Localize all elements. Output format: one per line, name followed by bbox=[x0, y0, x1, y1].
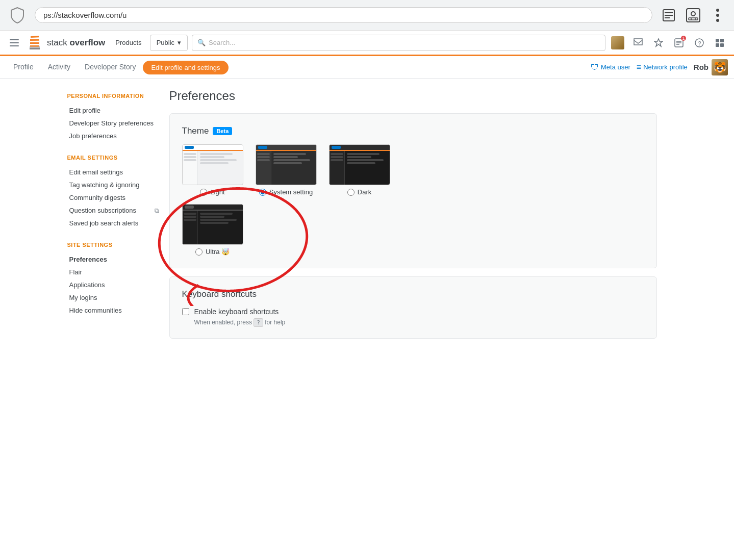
svg-rect-17 bbox=[31, 36, 39, 38]
svg-rect-18 bbox=[30, 39, 39, 41]
svg-rect-14 bbox=[10, 45, 19, 46]
sidebar-item-question-subscriptions[interactable]: Question subscriptions ⧉ bbox=[67, 204, 159, 217]
network-profile-link[interactable]: ≡ Network profile bbox=[637, 63, 688, 72]
browser-url-bar[interactable]: ps://stackoverflow.com/u bbox=[35, 7, 652, 23]
sidebar-section-site-settings: SITE SETTINGS bbox=[67, 238, 159, 251]
theme-radio-system-row: System setting bbox=[259, 188, 313, 196]
theme-option-ultra-wrapper: Ultra 🤯 bbox=[182, 204, 243, 256]
svg-rect-19 bbox=[30, 42, 39, 44]
keyboard-enable-label: Enable keyboard shortcuts bbox=[194, 308, 279, 316]
hamburger-menu[interactable] bbox=[6, 35, 22, 51]
theme-radio-light-row: Light bbox=[200, 188, 224, 196]
network-icon: ≡ bbox=[637, 63, 641, 72]
theme-radio-dark-row: Dark bbox=[347, 188, 371, 196]
more-menu-icon[interactable] bbox=[710, 7, 726, 23]
tab-edit-profile[interactable]: Edit profile and settings bbox=[143, 61, 228, 74]
theme-option-system[interactable]: System setting bbox=[256, 144, 317, 196]
meta-user-link[interactable]: 🛡 Meta user bbox=[591, 63, 630, 72]
site-switcher-icon[interactable] bbox=[712, 35, 728, 51]
theme-card: Theme Beta bbox=[169, 113, 657, 268]
profile-nav-tabs: Profile Activity Developer Story Edit pr… bbox=[6, 58, 591, 77]
sidebar-item-saved-job-alerts[interactable]: Saved job search alerts bbox=[67, 217, 159, 230]
svg-point-10 bbox=[716, 14, 719, 17]
sidebar-item-community-digests[interactable]: Community digests bbox=[67, 191, 159, 204]
sidebar-item-dev-story-prefs[interactable]: Developer Story preferences bbox=[67, 117, 159, 130]
theme-radio-ultra[interactable] bbox=[195, 248, 203, 256]
monobook-icon[interactable] bbox=[685, 7, 701, 23]
theme-preview-dark bbox=[329, 144, 390, 185]
meta-icon: 🛡 bbox=[591, 63, 599, 72]
sidebar-item-edit-email[interactable]: Edit email settings bbox=[67, 166, 159, 179]
theme-preview-ultra bbox=[182, 204, 243, 245]
sidebar-item-flair[interactable]: Flair bbox=[67, 266, 159, 278]
theme-radio-system[interactable] bbox=[259, 189, 266, 196]
theme-label-ultra: Ultra 🤯 bbox=[206, 248, 230, 256]
svg-rect-28 bbox=[720, 39, 724, 42]
theme-preview-system bbox=[256, 144, 317, 185]
user-avatar-nav[interactable] bbox=[610, 35, 626, 51]
theme-preview-light bbox=[182, 144, 243, 185]
theme-radio-light[interactable] bbox=[200, 189, 207, 196]
keyboard-shortcuts-card: Keyboard shortcuts Enable keyboard short… bbox=[169, 276, 657, 339]
theme-option-dark[interactable]: Dark bbox=[329, 144, 390, 196]
keyboard-section-title: Keyboard shortcuts bbox=[182, 289, 644, 299]
sidebar-item-preferences[interactable]: Preferences bbox=[67, 253, 159, 266]
theme-radio-ultra-row: Ultra 🤯 bbox=[195, 248, 230, 256]
sidebar-item-my-logins[interactable]: My logins bbox=[67, 291, 159, 304]
svg-point-9 bbox=[716, 9, 719, 12]
sidebar-item-job-prefs[interactable]: Job preferences bbox=[67, 130, 159, 142]
inbox-icon[interactable] bbox=[630, 35, 646, 51]
profile-nav: Profile Activity Developer Story Edit pr… bbox=[0, 56, 734, 79]
sidebar-item-tag-watching[interactable]: Tag watching & ignoring bbox=[67, 179, 159, 191]
chevron-down-icon: ▾ bbox=[178, 39, 181, 46]
page-title: Preferences bbox=[169, 89, 657, 103]
shield-icon bbox=[8, 6, 27, 24]
sidebar-section-personal-info: PERSONAL INFORMATION bbox=[67, 89, 159, 102]
sidebar: PERSONAL INFORMATION Edit profile Develo… bbox=[67, 89, 159, 347]
user-display: Rob 🐯 bbox=[694, 59, 728, 75]
svg-rect-16 bbox=[30, 48, 40, 49]
so-logo[interactable]: stack overflow bbox=[27, 33, 105, 52]
keyboard-hint-key: ? bbox=[254, 318, 263, 327]
so-logo-icon bbox=[27, 33, 43, 52]
theme-label-light: Light bbox=[210, 188, 224, 196]
svg-rect-29 bbox=[716, 43, 719, 47]
public-dropdown[interactable]: Public ▾ bbox=[150, 35, 188, 51]
nav-icons: 1 ? bbox=[610, 35, 728, 51]
theme-options: Light bbox=[182, 144, 644, 196]
theme-radio-dark[interactable] bbox=[347, 189, 355, 196]
theme-label-system: System setting bbox=[269, 188, 313, 196]
tab-activity[interactable]: Activity bbox=[41, 58, 78, 77]
svg-rect-20 bbox=[30, 45, 39, 47]
svg-rect-5 bbox=[689, 18, 698, 20]
sidebar-section-email-settings: EMAIL SETTINGS bbox=[67, 150, 159, 164]
keyboard-hint: When enabled, press ? for help bbox=[194, 319, 644, 326]
achievements-icon[interactable] bbox=[650, 35, 667, 51]
reader-view-icon[interactable] bbox=[661, 7, 677, 23]
sidebar-item-hide-communities[interactable]: Hide communities bbox=[67, 304, 159, 317]
review-queues-icon[interactable]: 1 bbox=[671, 35, 687, 51]
svg-point-6 bbox=[691, 12, 695, 16]
main-layout: PERSONAL INFORMATION Edit profile Develo… bbox=[61, 79, 673, 357]
help-icon[interactable]: ? bbox=[691, 35, 707, 51]
svg-rect-30 bbox=[720, 43, 724, 47]
profile-nav-right: 🛡 Meta user ≡ Network profile Rob 🐯 bbox=[591, 59, 728, 75]
beta-badge: Beta bbox=[213, 127, 232, 135]
sidebar-item-edit-profile[interactable]: Edit profile bbox=[67, 104, 159, 117]
search-bar[interactable]: 🔍 Search... bbox=[192, 35, 605, 51]
theme-section-title: Theme Beta bbox=[182, 126, 644, 136]
tab-profile[interactable]: Profile bbox=[6, 58, 41, 77]
tab-developer-story[interactable]: Developer Story bbox=[78, 58, 143, 77]
content-area: Preferences Theme Beta bbox=[159, 89, 667, 347]
svg-rect-27 bbox=[716, 39, 719, 42]
so-navbar: stack overflow Products Public ▾ 🔍 Searc… bbox=[0, 31, 734, 56]
theme-option-light[interactable]: Light bbox=[182, 144, 243, 196]
keyboard-enable-checkbox[interactable] bbox=[182, 308, 189, 315]
sidebar-item-applications[interactable]: Applications bbox=[67, 278, 159, 291]
svg-text:?: ? bbox=[698, 40, 701, 46]
svg-point-11 bbox=[716, 19, 719, 22]
review-badge: 1 bbox=[681, 36, 686, 41]
svg-rect-12 bbox=[10, 39, 19, 40]
theme-option-ultra[interactable]: Ultra 🤯 bbox=[182, 204, 243, 256]
products-menu[interactable]: Products bbox=[111, 37, 145, 48]
